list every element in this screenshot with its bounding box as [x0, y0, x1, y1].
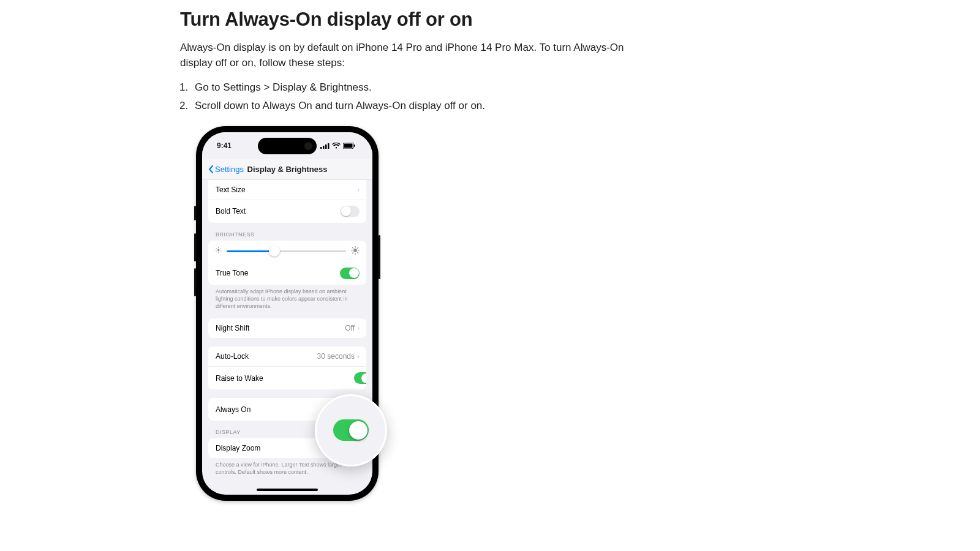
toggle-raise-to-wake[interactable] — [354, 372, 366, 384]
toggle-always-on-zoom — [333, 419, 369, 441]
sun-small-icon — [215, 247, 222, 255]
dynamic-island-icon — [258, 138, 317, 154]
label-night-shift: Night Shift — [216, 324, 249, 332]
row-true-tone[interactable]: True Tone — [208, 262, 366, 285]
chevron-right-icon: › — [357, 186, 360, 194]
label-raise-to-wake: Raise to Wake — [216, 374, 263, 383]
toggle-bold-text[interactable] — [340, 206, 360, 217]
nav-bar: Settings Display & Brightness — [202, 159, 372, 180]
wifi-icon — [332, 143, 341, 149]
sun-large-icon — [351, 246, 360, 257]
svg-line-14 — [216, 252, 217, 252]
svg-line-22 — [358, 252, 358, 253]
row-text-size[interactable]: Text Size › — [208, 180, 366, 200]
cellular-icon — [320, 143, 330, 149]
label-always-on: Always On — [216, 405, 251, 414]
section-brightness: BRIGHTNESS — [216, 231, 359, 238]
chevron-right-icon: › — [357, 324, 360, 332]
brightness-slider[interactable] — [227, 250, 346, 252]
chevron-left-icon — [208, 165, 213, 173]
row-brightness-slider[interactable] — [208, 241, 366, 262]
step-2: Scroll down to Always On and turn Always… — [191, 97, 658, 115]
label-bold-text: Bold Text — [216, 207, 246, 216]
toggle-true-tone[interactable] — [340, 268, 360, 279]
row-raise-to-wake[interactable]: Raise to Wake — [208, 366, 366, 389]
svg-rect-0 — [320, 147, 322, 149]
svg-line-12 — [216, 249, 217, 249]
side-button-icon — [194, 233, 196, 261]
svg-line-21 — [352, 247, 353, 248]
svg-line-24 — [358, 247, 358, 248]
svg-rect-2 — [325, 144, 327, 149]
svg-rect-1 — [323, 146, 325, 149]
svg-rect-6 — [354, 144, 355, 147]
label-display-zoom: Display Zoom — [216, 444, 260, 452]
back-button[interactable]: Settings — [208, 165, 244, 174]
svg-point-7 — [217, 249, 220, 252]
svg-point-16 — [353, 249, 357, 252]
battery-icon — [343, 143, 355, 149]
svg-line-13 — [220, 252, 221, 252]
article-intro: Always-On display is on by default on iP… — [180, 40, 658, 71]
row-auto-lock[interactable]: Auto-Lock 30 seconds› — [208, 347, 366, 366]
svg-line-23 — [352, 252, 353, 253]
zoom-callout — [315, 394, 387, 467]
chevron-right-icon: › — [357, 352, 360, 361]
svg-line-15 — [220, 249, 221, 249]
step-1: Go to Settings > Display & Brightness. — [191, 78, 658, 97]
nav-title: Display & Brightness — [247, 165, 328, 174]
label-text-size: Text Size — [216, 186, 246, 194]
side-button-icon — [379, 235, 380, 279]
home-indicator-icon — [257, 489, 318, 491]
status-time: 9:41 — [217, 141, 232, 150]
label-true-tone: True Tone — [216, 269, 248, 277]
article-steps: Go to Settings > Display & Brightness. S… — [191, 78, 658, 115]
back-label: Settings — [215, 165, 244, 174]
side-button-icon — [194, 268, 196, 296]
value-auto-lock: 30 seconds — [317, 352, 355, 361]
svg-rect-5 — [344, 143, 353, 148]
side-button-icon — [194, 206, 196, 220]
svg-rect-3 — [328, 143, 330, 149]
row-night-shift[interactable]: Night Shift Off› — [208, 318, 366, 338]
value-night-shift: Off — [345, 324, 355, 332]
row-bold-text[interactable]: Bold Text — [208, 200, 366, 223]
note-true-tone: Automatically adapt iPhone display based… — [216, 288, 359, 310]
article-heading: Turn Always-On display off or on — [180, 9, 658, 31]
label-auto-lock: Auto-Lock — [216, 352, 249, 361]
